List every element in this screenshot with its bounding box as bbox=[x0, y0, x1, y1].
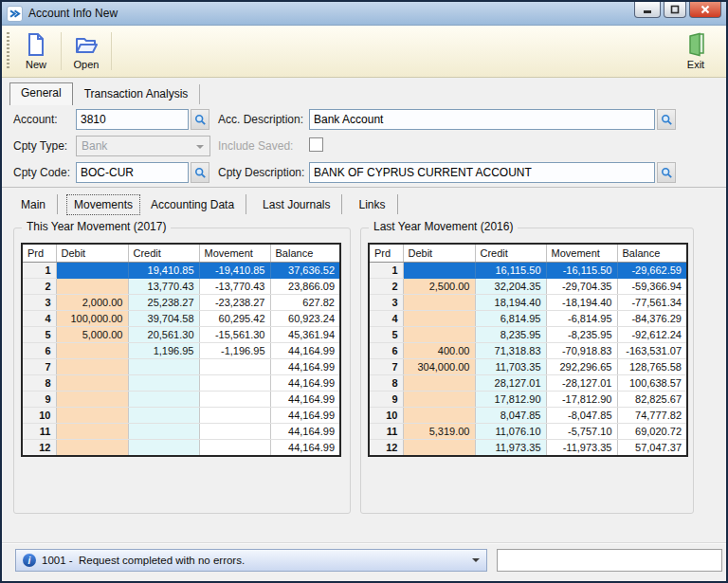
cell-credit[interactable]: 19,410.85 bbox=[128, 263, 199, 279]
cell-move[interactable]: -28,127.01 bbox=[546, 375, 617, 392]
table-row[interactable]: 6400.0071,318.83-70,918.83-163,531.07 bbox=[369, 343, 687, 359]
table-row[interactable]: 1211,973.35-11,973.3557,047.37 bbox=[369, 440, 687, 457]
cell-prd[interactable]: 10 bbox=[369, 408, 403, 424]
tab-general[interactable]: General bbox=[9, 82, 73, 105]
account-search-button[interactable] bbox=[191, 109, 209, 130]
cell-prd[interactable]: 4 bbox=[22, 311, 56, 327]
table-row[interactable]: 944,164.99 bbox=[22, 392, 340, 408]
cell-debit[interactable]: 5,319.00 bbox=[403, 424, 475, 440]
table-row[interactable]: 46,814.95-6,814.95-84,376.29 bbox=[369, 311, 687, 327]
cell-move[interactable]: -6,814.95 bbox=[546, 311, 617, 327]
cell-move[interactable] bbox=[199, 408, 270, 424]
cell-credit[interactable] bbox=[128, 408, 199, 424]
cell-bal[interactable]: -84,376.29 bbox=[617, 311, 687, 327]
exit-button[interactable]: Exit bbox=[673, 27, 719, 75]
column-header-debit[interactable]: Debit bbox=[403, 244, 475, 263]
cell-bal[interactable]: -77,561.34 bbox=[617, 295, 687, 311]
acc-description-search-button[interactable] bbox=[657, 109, 676, 130]
cell-prd[interactable]: 4 bbox=[369, 311, 403, 327]
cell-debit[interactable] bbox=[56, 440, 128, 457]
cell-move[interactable]: -8,047.85 bbox=[546, 408, 617, 424]
cell-bal[interactable]: -163,531.07 bbox=[617, 343, 687, 359]
cell-credit[interactable]: 39,704.58 bbox=[128, 311, 199, 327]
column-header-prd[interactable]: Prd bbox=[22, 244, 56, 263]
cell-bal[interactable]: 74,777.82 bbox=[617, 408, 687, 424]
table-row[interactable]: 119,410.85-19,410.8537,636.52 bbox=[22, 263, 340, 279]
cell-debit[interactable] bbox=[56, 375, 128, 392]
cell-prd[interactable]: 12 bbox=[369, 440, 403, 457]
cell-prd[interactable]: 9 bbox=[369, 392, 403, 408]
cell-bal[interactable]: 44,164.99 bbox=[270, 359, 340, 375]
cpty-description-input[interactable] bbox=[309, 162, 655, 183]
cpty-description-search-button[interactable] bbox=[657, 162, 676, 183]
cell-move[interactable]: -17,812.90 bbox=[546, 392, 617, 408]
acc-description-input[interactable] bbox=[309, 109, 655, 130]
cpty-code-input[interactable] bbox=[76, 162, 189, 183]
cell-prd[interactable]: 1 bbox=[369, 263, 403, 279]
column-header-balance[interactable]: Balance bbox=[270, 244, 340, 263]
cell-prd[interactable]: 5 bbox=[22, 327, 56, 343]
subtab-main[interactable]: Main bbox=[14, 195, 52, 214]
cell-bal[interactable]: 44,164.99 bbox=[270, 375, 340, 392]
status-extra-field[interactable] bbox=[497, 549, 722, 572]
cell-move[interactable]: -5,757.10 bbox=[546, 424, 617, 440]
cell-debit[interactable] bbox=[56, 279, 128, 295]
cell-prd[interactable]: 2 bbox=[22, 279, 56, 295]
cell-bal[interactable]: 37,636.52 bbox=[270, 263, 340, 279]
cell-debit[interactable] bbox=[56, 263, 128, 279]
cell-prd[interactable]: 2 bbox=[369, 279, 403, 295]
cell-prd[interactable]: 9 bbox=[22, 392, 56, 408]
title-bar[interactable]: Account Info New bbox=[2, 2, 726, 26]
include-saved-checkbox[interactable] bbox=[309, 137, 323, 152]
cell-debit[interactable] bbox=[56, 359, 128, 375]
cell-debit[interactable] bbox=[403, 311, 475, 327]
column-header-debit[interactable]: Debit bbox=[56, 244, 128, 263]
cell-bal[interactable]: 44,164.99 bbox=[270, 424, 340, 440]
cell-credit[interactable]: 16,115.50 bbox=[475, 263, 546, 279]
column-header-movement[interactable]: Movement bbox=[546, 244, 617, 263]
cell-move[interactable]: -18,194.40 bbox=[546, 295, 617, 311]
column-header-credit[interactable]: Credit bbox=[475, 244, 546, 263]
cell-credit[interactable] bbox=[128, 392, 199, 408]
cell-debit[interactable]: 5,000.00 bbox=[56, 327, 128, 343]
cell-credit[interactable]: 8,235.95 bbox=[475, 327, 546, 343]
cell-credit[interactable]: 11,973.35 bbox=[475, 440, 546, 457]
cell-credit[interactable]: 20,561.30 bbox=[128, 327, 199, 343]
cell-debit[interactable] bbox=[403, 408, 475, 424]
cell-debit[interactable]: 304,000.00 bbox=[403, 359, 475, 375]
cell-move[interactable]: -16,115.50 bbox=[546, 263, 617, 279]
cell-bal[interactable]: 100,638.57 bbox=[617, 375, 687, 392]
open-button[interactable]: Open bbox=[64, 27, 109, 75]
cell-bal[interactable]: 57,047.37 bbox=[617, 440, 687, 457]
table-row[interactable]: 32,000.0025,238.27-23,238.27627.82 bbox=[22, 295, 340, 311]
cell-bal[interactable]: 69,020.72 bbox=[617, 424, 687, 440]
cell-prd[interactable]: 3 bbox=[22, 295, 56, 311]
cell-credit[interactable]: 25,238.27 bbox=[128, 295, 199, 311]
table-row[interactable]: 116,115.50-16,115.50-29,662.59 bbox=[369, 263, 687, 279]
column-header-balance[interactable]: Balance bbox=[617, 244, 687, 263]
cell-debit[interactable] bbox=[56, 424, 128, 440]
cell-bal[interactable]: -29,662.59 bbox=[617, 263, 687, 279]
cell-move[interactable]: 60,295.42 bbox=[199, 311, 270, 327]
cell-prd[interactable]: 6 bbox=[369, 343, 403, 359]
cell-prd[interactable]: 7 bbox=[22, 359, 56, 375]
cell-prd[interactable]: 8 bbox=[22, 375, 56, 392]
cell-credit[interactable]: 8,047.85 bbox=[475, 408, 546, 424]
cell-prd[interactable]: 12 bbox=[22, 440, 56, 457]
table-row[interactable]: 844,164.99 bbox=[22, 375, 340, 392]
cell-debit[interactable] bbox=[403, 263, 475, 279]
cell-move[interactable]: -70,918.83 bbox=[546, 343, 617, 359]
table-row[interactable]: 58,235.95-8,235.95-92,612.24 bbox=[369, 327, 687, 343]
table-row[interactable]: 1144,164.99 bbox=[22, 424, 340, 440]
cell-credit[interactable]: 28,127.01 bbox=[475, 375, 546, 392]
cell-credit[interactable]: 32,204.35 bbox=[475, 279, 546, 295]
cell-bal[interactable]: 44,164.99 bbox=[270, 408, 340, 424]
cell-move[interactable]: -15,561.30 bbox=[199, 327, 270, 343]
cell-move[interactable]: -19,410.85 bbox=[199, 263, 270, 279]
cell-move[interactable] bbox=[199, 359, 270, 375]
toolbar-grip[interactable] bbox=[7, 32, 9, 70]
cell-prd[interactable]: 3 bbox=[369, 295, 403, 311]
table-row[interactable]: 318,194.40-18,194.40-77,561.34 bbox=[369, 295, 687, 311]
table-row[interactable]: 22,500.0032,204.35-29,704.35-59,366.94 bbox=[369, 279, 687, 295]
cell-move[interactable]: -8,235.95 bbox=[546, 327, 617, 343]
